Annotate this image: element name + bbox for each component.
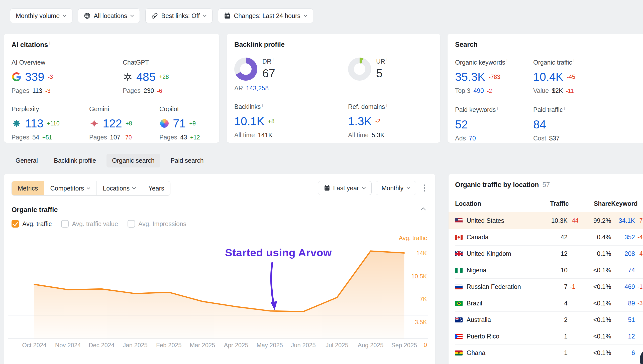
gemini-delta: +8 bbox=[126, 120, 132, 127]
ai-overview-count[interactable]: 339 bbox=[25, 70, 44, 84]
ads-link[interactable]: 70 bbox=[469, 135, 476, 142]
changes-filter-label: Changes: Last 24 hours bbox=[234, 12, 300, 20]
date-range-select[interactable]: Last year bbox=[318, 181, 372, 195]
url-rating-block: UR 5 bbox=[348, 58, 433, 92]
perplexity-delta: +110 bbox=[47, 120, 59, 127]
ref-domains-count[interactable]: 1.3K bbox=[348, 114, 372, 128]
chatgpt-metric: ChatGPT 485 +28 Pages230-6 bbox=[123, 59, 169, 94]
keywords-link[interactable]: 89 bbox=[611, 300, 635, 307]
svg-text:Avg. traffic: Avg. traffic bbox=[399, 235, 427, 241]
segment-competitors[interactable]: Competitors bbox=[44, 181, 97, 195]
info-icon bbox=[48, 41, 50, 49]
organic-keywords-count[interactable]: 35.3K bbox=[455, 70, 485, 84]
locations-count: 57 bbox=[543, 181, 550, 189]
uk-flag-icon bbox=[455, 251, 463, 256]
ghana-flag-icon bbox=[455, 350, 463, 355]
keywords-link[interactable]: 352 bbox=[611, 234, 635, 241]
backlinks-count[interactable]: 10.1K bbox=[234, 114, 264, 128]
granularity-select[interactable]: Monthly bbox=[376, 181, 416, 195]
checkbox-unchecked-icon bbox=[128, 220, 135, 228]
svg-text:3.5K: 3.5K bbox=[415, 319, 427, 325]
gemini-count[interactable]: 122 bbox=[103, 117, 122, 130]
organic-search-panel: Metrics Competitors Locations Years Last… bbox=[4, 174, 435, 364]
perplexity-icon bbox=[12, 118, 22, 128]
copilot-icon bbox=[159, 118, 169, 128]
chevron-down-icon bbox=[130, 15, 134, 17]
more-options-button[interactable] bbox=[420, 181, 429, 195]
chevron-down-icon bbox=[303, 15, 307, 17]
avg-traffic-value-checkbox[interactable]: Avg. traffic value bbox=[61, 220, 118, 228]
ahrefs-rank-link[interactable]: 143,258 bbox=[246, 85, 269, 92]
avg-impressions-checkbox[interactable]: Avg. Impressions bbox=[128, 220, 186, 228]
copilot-delta: +9 bbox=[189, 120, 196, 127]
info-icon bbox=[563, 106, 565, 113]
chatgpt-count[interactable]: 485 bbox=[136, 70, 156, 84]
table-row[interactable]: Puerto Rico 1 <0.1% 12 bbox=[455, 328, 643, 344]
table-row[interactable]: Ghana 1 <0.1% 6 bbox=[455, 344, 643, 361]
keywords-link[interactable]: 51 bbox=[611, 316, 635, 323]
checkbox-checked-icon bbox=[12, 220, 19, 228]
info-icon bbox=[261, 103, 263, 110]
report-tabs: General Backlink profile Organic search … bbox=[10, 154, 209, 167]
svg-text:Aug 2025: Aug 2025 bbox=[358, 342, 384, 348]
locations-table-header: Location Traffic Share Keyword bbox=[455, 195, 643, 212]
svg-text:Mar 2025: Mar 2025 bbox=[190, 342, 215, 348]
keywords-link[interactable]: 74 bbox=[611, 267, 635, 274]
keywords-link[interactable]: 6 bbox=[611, 349, 635, 356]
table-row[interactable]: Russian Federation 7 -1 <0.1% 469 -1 bbox=[455, 278, 643, 295]
keywords-link[interactable]: 469 bbox=[611, 283, 635, 290]
copilot-count[interactable]: 71 bbox=[173, 117, 186, 130]
keywords-link[interactable]: 208 bbox=[611, 250, 635, 257]
segment-locations[interactable]: Locations bbox=[96, 181, 142, 195]
svg-text:Jan 2025: Jan 2025 bbox=[123, 342, 148, 348]
table-row[interactable]: Nigeria 10 <0.1% 74 bbox=[455, 262, 643, 278]
keywords-link[interactable]: 34.1K bbox=[611, 217, 635, 224]
tab-general[interactable]: General bbox=[10, 154, 43, 167]
ref-domains-metric: Ref. domains 1.3K -2 All time5.3K bbox=[348, 103, 433, 139]
chatgpt-delta: +28 bbox=[159, 74, 169, 80]
perplexity-count[interactable]: 113 bbox=[25, 117, 43, 130]
locations-filter[interactable]: All locations bbox=[78, 9, 140, 23]
chevron-down-icon bbox=[132, 187, 136, 190]
svg-text:14K: 14K bbox=[416, 250, 427, 257]
monthly-volume-filter[interactable]: Monthly volume bbox=[10, 9, 72, 23]
avg-traffic-checkbox[interactable]: Avg. traffic bbox=[12, 220, 52, 228]
keywords-link[interactable]: 12 bbox=[611, 333, 635, 340]
locations-filter-label: All locations bbox=[94, 12, 127, 20]
table-row[interactable]: United Kingdom 12 0.1% 208 -4 bbox=[455, 245, 643, 262]
table-row[interactable]: Brazil 4 <0.1% 89 -3 bbox=[455, 295, 643, 311]
backlink-profile-card: Backlink profile DR 67 AR143,258 UR 5 bbox=[227, 34, 440, 143]
changes-filter[interactable]: Changes: Last 24 hours bbox=[218, 9, 313, 23]
collapse-section-button[interactable] bbox=[420, 207, 426, 212]
backlinks-metric: Backlinks 10.1K +8 All time141K bbox=[234, 103, 348, 139]
segment-years[interactable]: Years bbox=[142, 181, 170, 195]
table-row[interactable]: Canada 42 0.4% 352 -4 bbox=[455, 229, 643, 245]
tab-organic-search[interactable]: Organic search bbox=[106, 154, 160, 167]
top3-link[interactable]: 490 bbox=[473, 87, 484, 94]
segment-metrics[interactable]: Metrics bbox=[12, 181, 44, 195]
backlink-profile-title: Backlink profile bbox=[234, 41, 433, 49]
metric-checkboxes: Avg. traffic Avg. traffic value Avg. Imp… bbox=[12, 220, 186, 228]
table-row[interactable]: Australia 2 <0.1% 51 bbox=[455, 311, 643, 328]
openai-icon bbox=[123, 72, 133, 82]
table-row[interactable]: United States 10.3K -44 99.2% 34.1K -7 bbox=[449, 212, 643, 229]
paid-traffic-count[interactable]: 84 bbox=[533, 118, 546, 131]
organic-traffic-section-title: Organic traffic bbox=[12, 206, 58, 214]
copilot-metric: Copilot 71 +9 Pages43+12 bbox=[159, 105, 200, 141]
svg-text:Jul 2025: Jul 2025 bbox=[326, 342, 348, 348]
svg-text:Jun 2025: Jun 2025 bbox=[291, 342, 316, 348]
organic-traffic-count[interactable]: 10.4K bbox=[533, 70, 563, 84]
paid-keywords-count[interactable]: 52 bbox=[455, 118, 468, 131]
tab-paid-search[interactable]: Paid search bbox=[165, 154, 209, 167]
svg-text:0: 0 bbox=[424, 341, 427, 348]
gemini-icon bbox=[89, 118, 99, 128]
filter-toolbar: Monthly volume All locations Best links:… bbox=[10, 9, 313, 23]
best-links-filter[interactable]: Best links: Off bbox=[145, 9, 212, 23]
info-icon bbox=[385, 58, 387, 65]
ur-value: 5 bbox=[376, 67, 387, 80]
info-icon bbox=[385, 103, 387, 110]
chevron-down-icon bbox=[86, 187, 90, 190]
date-range-value: Last year bbox=[333, 185, 359, 192]
table-row[interactable]: India 1 <0.1% 69 +2 bbox=[455, 361, 643, 364]
tab-backlink-profile[interactable]: Backlink profile bbox=[48, 154, 101, 167]
